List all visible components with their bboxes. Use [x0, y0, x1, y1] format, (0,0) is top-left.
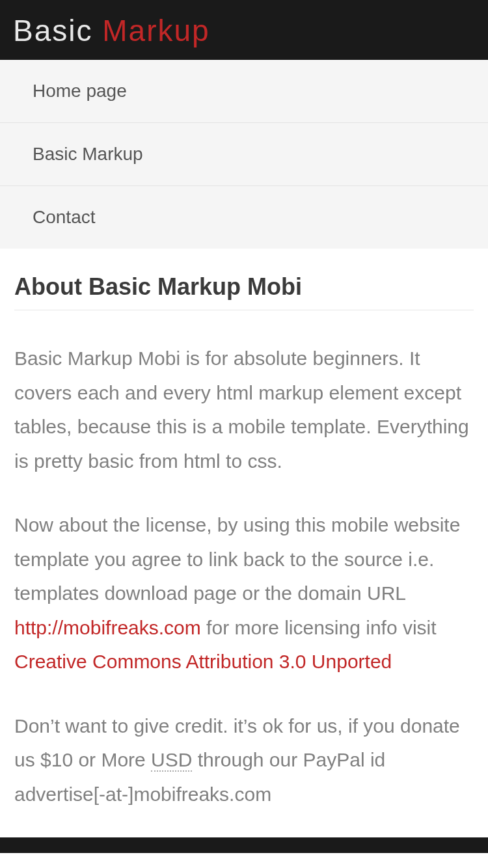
license-text-b: for more licensing info visit [201, 617, 437, 638]
cc-license-link[interactable]: Creative Commons Attribution 3.0 Unporte… [14, 651, 392, 672]
nav-item-label: Basic Markup [33, 144, 143, 164]
nav-item-contact[interactable]: Contact [0, 186, 488, 249]
license-text-a: Now about the license, by using this mob… [14, 514, 460, 604]
content: About Basic Markup Mobi Basic Markup Mob… [0, 249, 488, 837]
header: Basic Markup [0, 0, 488, 60]
usd-abbr: USD [151, 749, 192, 772]
donate-paragraph: Don’t want to give credit. it’s ok for u… [14, 709, 474, 812]
nav-item-label: Home page [33, 81, 127, 101]
nav-item-home[interactable]: Home page [0, 60, 488, 123]
logo-word-markup: Markup [102, 14, 210, 47]
footer [0, 837, 488, 853]
main-nav: Home page Basic Markup Contact [0, 60, 488, 249]
site-logo[interactable]: Basic Markup [13, 13, 475, 48]
logo-word-basic: Basic [13, 14, 92, 47]
mobifreaks-link[interactable]: http://mobifreaks.com [14, 617, 201, 638]
page-title: About Basic Markup Mobi [14, 273, 474, 310]
nav-item-label: Contact [33, 207, 96, 227]
nav-item-basic-markup[interactable]: Basic Markup [0, 123, 488, 186]
license-paragraph: Now about the license, by using this mob… [14, 508, 474, 679]
intro-paragraph: Basic Markup Mobi is for absolute beginn… [14, 342, 474, 478]
